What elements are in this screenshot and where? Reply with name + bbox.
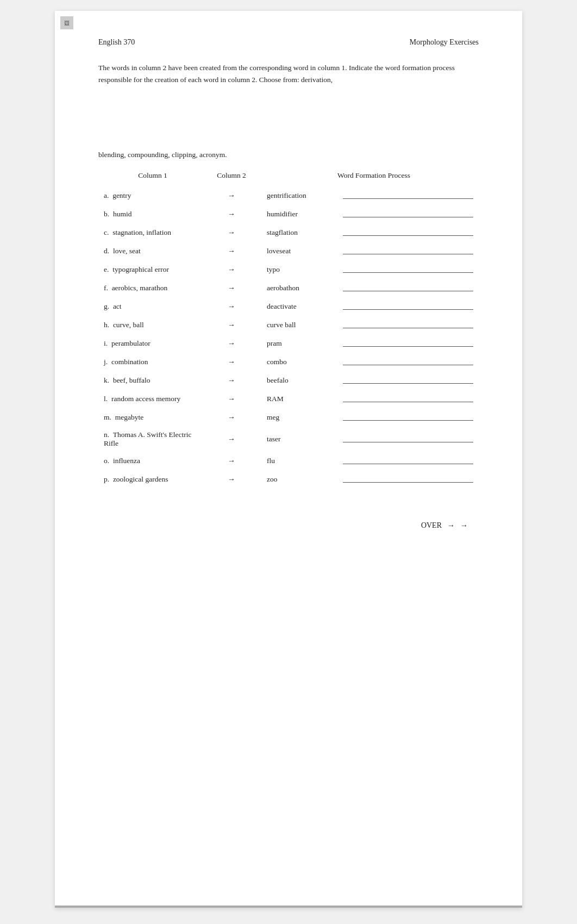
col1-word: stagnation, inflation: [112, 228, 171, 236]
col2-cell: RAM: [267, 390, 337, 408]
answer-cell[interactable]: [337, 452, 479, 470]
table-row: j. combination → combo: [98, 353, 479, 371]
answer-cell[interactable]: [337, 334, 479, 353]
answer-cell[interactable]: [337, 371, 479, 390]
col2-cell: aerobathon: [267, 279, 337, 297]
spacer-cell: [256, 297, 267, 316]
answer-cell[interactable]: [337, 186, 479, 205]
answer-cell[interactable]: [337, 408, 479, 427]
answer-line[interactable]: [343, 301, 473, 310]
col2-cell: taser: [267, 427, 337, 452]
arrow-cell: →: [207, 297, 256, 316]
col1-cell: k. beef, buffalo: [98, 371, 207, 390]
bottom-border: [55, 906, 522, 908]
table-row: p. zoological gardens → zoo: [98, 470, 479, 489]
col2-cell: curve ball: [267, 316, 337, 334]
over-section: OVER → →: [98, 521, 479, 530]
answer-line[interactable]: [343, 283, 473, 291]
answer-cell[interactable]: [337, 205, 479, 223]
answer-line[interactable]: [343, 227, 473, 236]
spacer-cell: [256, 427, 267, 452]
arrow-cell: →: [207, 279, 256, 297]
row-letter: n.: [104, 430, 109, 439]
row-letter: k.: [104, 376, 109, 384]
arrow-cell: →: [207, 316, 256, 334]
col2-cell: beefalo: [267, 371, 337, 390]
col2-cell: typo: [267, 260, 337, 279]
col1-cell: e. typographical error: [98, 260, 207, 279]
col2-cell: pram: [267, 334, 337, 353]
col1-word: humid: [113, 210, 132, 218]
col1-cell: d. love, seat: [98, 242, 207, 260]
spacer-cell: [256, 205, 267, 223]
answer-line[interactable]: [343, 474, 473, 483]
col1-word: megabyte: [115, 413, 143, 421]
spacer-cell: [256, 452, 267, 470]
answer-line[interactable]: [343, 412, 473, 421]
col1-word: Thomas A. Swift's Electric Rifle: [104, 430, 192, 447]
col2-cell: stagflation: [267, 223, 337, 242]
spacer-cell: [256, 371, 267, 390]
col1-cell: o. influenza: [98, 452, 207, 470]
answer-line[interactable]: [343, 246, 473, 254]
table-row: d. love, seat → loveseat: [98, 242, 479, 260]
answer-cell[interactable]: [337, 242, 479, 260]
col1-cell: b. humid: [98, 205, 207, 223]
arrow-cell: →: [207, 408, 256, 427]
col3-header: [267, 171, 337, 186]
column-header-row: Column 1 Column 2 Word Formation Process: [98, 171, 479, 186]
answer-line[interactable]: [343, 394, 473, 402]
arrow-cell: →: [207, 371, 256, 390]
col1-word: combination: [111, 358, 148, 366]
spacer-cell: [256, 186, 267, 205]
answer-line[interactable]: [343, 338, 473, 347]
col2-cell: gentrification: [267, 186, 337, 205]
table-row: i. perambulator → pram: [98, 334, 479, 353]
row-letter: l.: [104, 395, 108, 403]
answer-line[interactable]: [343, 455, 473, 464]
answer-cell[interactable]: [337, 353, 479, 371]
col1-cell: g. act: [98, 297, 207, 316]
table-row: m. megabyte → meg: [98, 408, 479, 427]
col2-cell: deactivate: [267, 297, 337, 316]
answer-cell[interactable]: [337, 470, 479, 489]
spacer-cell: [256, 470, 267, 489]
answer-cell[interactable]: [337, 427, 479, 452]
row-letter: h.: [104, 321, 109, 329]
answer-line[interactable]: [343, 434, 473, 442]
col1-cell: c. stagnation, inflation: [98, 223, 207, 242]
answer-line[interactable]: [343, 375, 473, 384]
answer-line[interactable]: [343, 357, 473, 365]
row-letter: j.: [104, 358, 108, 366]
col1-cell: a. gentry: [98, 186, 207, 205]
col2-cell: zoo: [267, 470, 337, 489]
arrow-cell: →: [207, 427, 256, 452]
answer-line[interactable]: [343, 209, 473, 217]
spacer-cell: [256, 223, 267, 242]
arrow-cell: →: [207, 223, 256, 242]
answer-cell[interactable]: [337, 223, 479, 242]
col1-word: curve, ball: [113, 321, 144, 329]
answer-line[interactable]: [343, 320, 473, 328]
answer-cell[interactable]: [337, 316, 479, 334]
spacer-cell: [256, 279, 267, 297]
answer-line[interactable]: [343, 190, 473, 199]
over-label: OVER: [421, 521, 442, 530]
answer-cell[interactable]: [337, 297, 479, 316]
row-letter: m.: [104, 413, 111, 421]
col1-word: act: [113, 302, 122, 310]
row-letter: c.: [104, 228, 109, 236]
table-row: b. humid → humidifier: [98, 205, 479, 223]
answer-line[interactable]: [343, 264, 473, 273]
table-row: n. Thomas A. Swift's Electric Rifle → ta…: [98, 427, 479, 452]
table-row: e. typographical error → typo: [98, 260, 479, 279]
answer-cell[interactable]: [337, 260, 479, 279]
header: English 370 Morphology Exercises: [98, 38, 479, 47]
col2-cell: combo: [267, 353, 337, 371]
answer-cell[interactable]: [337, 390, 479, 408]
col3-header-label: Word Formation Process: [337, 171, 479, 186]
col1-cell: f. aerobics, marathon: [98, 279, 207, 297]
row-letter: o.: [104, 457, 109, 465]
answer-cell[interactable]: [337, 279, 479, 297]
exercise-table: Column 1 Column 2 Word Formation Process…: [98, 171, 479, 489]
